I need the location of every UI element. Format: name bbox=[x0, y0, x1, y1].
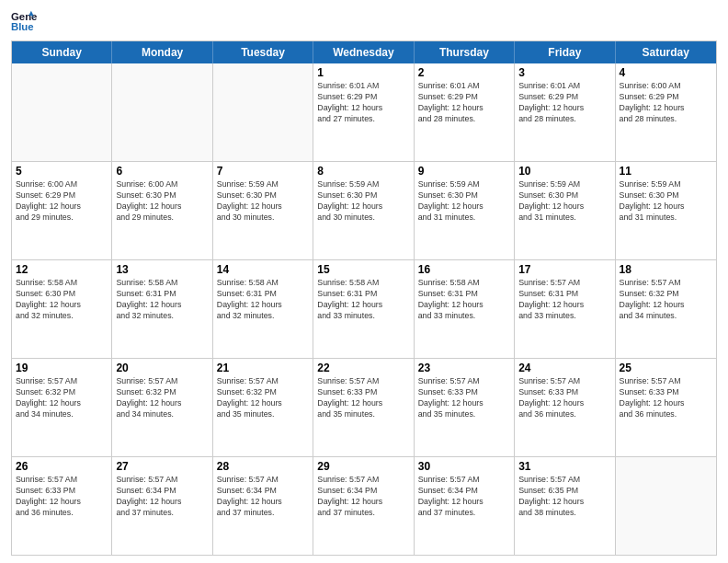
day-info: Sunrise: 5:59 AM Sunset: 6:30 PM Dayligh… bbox=[217, 179, 309, 224]
calendar-cell: 15Sunrise: 5:58 AM Sunset: 6:31 PM Dayli… bbox=[313, 260, 414, 358]
day-info: Sunrise: 5:57 AM Sunset: 6:34 PM Dayligh… bbox=[116, 475, 208, 519]
day-number: 13 bbox=[116, 263, 208, 276]
calendar-cell: 4Sunrise: 6:00 AM Sunset: 6:29 PM Daylig… bbox=[616, 63, 716, 161]
day-number: 26 bbox=[16, 460, 108, 473]
day-info: Sunrise: 5:57 AM Sunset: 6:32 PM Dayligh… bbox=[620, 278, 712, 322]
day-number: 7 bbox=[217, 165, 309, 178]
day-info: Sunrise: 6:00 AM Sunset: 6:30 PM Dayligh… bbox=[116, 179, 208, 224]
day-info: Sunrise: 5:58 AM Sunset: 6:30 PM Dayligh… bbox=[16, 278, 108, 322]
calendar-cell: 1Sunrise: 6:01 AM Sunset: 6:29 PM Daylig… bbox=[313, 63, 414, 161]
day-info: Sunrise: 5:57 AM Sunset: 6:33 PM Dayligh… bbox=[317, 376, 409, 420]
day-number: 19 bbox=[16, 362, 108, 374]
day-info: Sunrise: 5:59 AM Sunset: 6:30 PM Dayligh… bbox=[620, 179, 712, 224]
day-info: Sunrise: 5:57 AM Sunset: 6:32 PM Dayligh… bbox=[217, 376, 309, 420]
logo: General Blue bbox=[11, 9, 37, 35]
calendar-cell: 8Sunrise: 5:59 AM Sunset: 6:30 PM Daylig… bbox=[313, 162, 414, 259]
calendar-row-0: 1Sunrise: 6:01 AM Sunset: 6:29 PM Daylig… bbox=[12, 63, 716, 162]
calendar-cell: 30Sunrise: 5:57 AM Sunset: 6:34 PM Dayli… bbox=[415, 457, 515, 555]
calendar-row-2: 12Sunrise: 5:58 AM Sunset: 6:30 PM Dayli… bbox=[12, 260, 716, 359]
day-number: 17 bbox=[518, 263, 610, 276]
day-info: Sunrise: 5:59 AM Sunset: 6:30 PM Dayligh… bbox=[518, 179, 610, 224]
day-info: Sunrise: 6:00 AM Sunset: 6:29 PM Dayligh… bbox=[620, 81, 712, 125]
day-info: Sunrise: 5:57 AM Sunset: 6:35 PM Dayligh… bbox=[518, 475, 610, 519]
logo-icon: General Blue bbox=[11, 9, 37, 35]
calendar-cell: 13Sunrise: 5:58 AM Sunset: 6:31 PM Dayli… bbox=[112, 260, 212, 358]
day-info: Sunrise: 5:57 AM Sunset: 6:33 PM Dayligh… bbox=[620, 376, 712, 420]
weekday-header-wednesday: Wednesday bbox=[313, 41, 414, 63]
calendar-cell: 2Sunrise: 6:01 AM Sunset: 6:29 PM Daylig… bbox=[415, 63, 515, 161]
calendar-cell: 16Sunrise: 5:58 AM Sunset: 6:31 PM Dayli… bbox=[415, 260, 515, 358]
day-info: Sunrise: 5:58 AM Sunset: 6:31 PM Dayligh… bbox=[418, 278, 510, 322]
day-info: Sunrise: 5:57 AM Sunset: 6:33 PM Dayligh… bbox=[518, 376, 610, 420]
day-number: 15 bbox=[317, 263, 409, 276]
day-number: 28 bbox=[217, 460, 309, 473]
day-number: 2 bbox=[418, 66, 510, 79]
svg-text:Blue: Blue bbox=[11, 21, 34, 32]
calendar-cell: 17Sunrise: 5:57 AM Sunset: 6:31 PM Dayli… bbox=[515, 260, 615, 358]
day-info: Sunrise: 5:58 AM Sunset: 6:31 PM Dayligh… bbox=[116, 278, 208, 322]
weekday-header-saturday: Saturday bbox=[616, 41, 716, 63]
calendar-cell: 7Sunrise: 5:59 AM Sunset: 6:30 PM Daylig… bbox=[213, 162, 313, 259]
calendar-cell: 22Sunrise: 5:57 AM Sunset: 6:33 PM Dayli… bbox=[313, 359, 414, 456]
calendar-cell: 28Sunrise: 5:57 AM Sunset: 6:34 PM Dayli… bbox=[213, 457, 313, 555]
calendar-cell bbox=[12, 63, 112, 161]
day-number: 22 bbox=[317, 362, 409, 374]
weekday-header-friday: Friday bbox=[515, 41, 615, 63]
day-info: Sunrise: 6:00 AM Sunset: 6:29 PM Dayligh… bbox=[16, 179, 108, 224]
calendar-row-1: 5Sunrise: 6:00 AM Sunset: 6:29 PM Daylig… bbox=[12, 162, 716, 260]
calendar-cell bbox=[112, 63, 212, 161]
day-info: Sunrise: 5:58 AM Sunset: 6:31 PM Dayligh… bbox=[317, 278, 409, 322]
day-number: 3 bbox=[518, 66, 610, 79]
day-number: 29 bbox=[317, 460, 409, 473]
day-info: Sunrise: 5:57 AM Sunset: 6:32 PM Dayligh… bbox=[16, 376, 108, 420]
calendar-cell: 18Sunrise: 5:57 AM Sunset: 6:32 PM Dayli… bbox=[616, 260, 716, 358]
day-info: Sunrise: 6:01 AM Sunset: 6:29 PM Dayligh… bbox=[418, 81, 510, 125]
calendar-cell: 9Sunrise: 5:59 AM Sunset: 6:30 PM Daylig… bbox=[415, 162, 515, 259]
calendar-cell: 14Sunrise: 5:58 AM Sunset: 6:31 PM Dayli… bbox=[213, 260, 313, 358]
day-info: Sunrise: 5:57 AM Sunset: 6:33 PM Dayligh… bbox=[418, 376, 510, 420]
day-info: Sunrise: 5:59 AM Sunset: 6:30 PM Dayligh… bbox=[317, 179, 409, 224]
calendar-cell: 11Sunrise: 5:59 AM Sunset: 6:30 PM Dayli… bbox=[616, 162, 716, 259]
weekday-header-monday: Monday bbox=[112, 41, 212, 63]
calendar-cell: 23Sunrise: 5:57 AM Sunset: 6:33 PM Dayli… bbox=[415, 359, 515, 456]
day-info: Sunrise: 5:57 AM Sunset: 6:34 PM Dayligh… bbox=[317, 475, 409, 519]
calendar-cell: 26Sunrise: 5:57 AM Sunset: 6:33 PM Dayli… bbox=[12, 457, 112, 555]
calendar-cell bbox=[213, 63, 313, 161]
calendar-cell: 27Sunrise: 5:57 AM Sunset: 6:34 PM Dayli… bbox=[112, 457, 212, 555]
weekday-header-thursday: Thursday bbox=[415, 41, 515, 63]
day-info: Sunrise: 5:57 AM Sunset: 6:31 PM Dayligh… bbox=[518, 278, 610, 322]
day-number: 12 bbox=[16, 263, 108, 276]
calendar-cell bbox=[616, 457, 716, 555]
calendar-cell: 5Sunrise: 6:00 AM Sunset: 6:29 PM Daylig… bbox=[12, 162, 112, 259]
weekday-header-tuesday: Tuesday bbox=[213, 41, 313, 63]
day-info: Sunrise: 5:57 AM Sunset: 6:34 PM Dayligh… bbox=[217, 475, 309, 519]
calendar-cell: 19Sunrise: 5:57 AM Sunset: 6:32 PM Dayli… bbox=[12, 359, 112, 456]
day-info: Sunrise: 5:57 AM Sunset: 6:34 PM Dayligh… bbox=[418, 475, 510, 519]
calendar: SundayMondayTuesdayWednesdayThursdayFrid… bbox=[11, 40, 717, 556]
calendar-cell: 10Sunrise: 5:59 AM Sunset: 6:30 PM Dayli… bbox=[515, 162, 615, 259]
day-number: 8 bbox=[317, 165, 409, 178]
day-number: 10 bbox=[518, 165, 610, 178]
day-info: Sunrise: 5:57 AM Sunset: 6:33 PM Dayligh… bbox=[16, 475, 108, 519]
day-number: 25 bbox=[620, 362, 712, 374]
day-number: 11 bbox=[620, 165, 712, 178]
day-number: 27 bbox=[116, 460, 208, 473]
day-info: Sunrise: 5:58 AM Sunset: 6:31 PM Dayligh… bbox=[217, 278, 309, 322]
day-number: 14 bbox=[217, 263, 309, 276]
day-number: 21 bbox=[217, 362, 309, 374]
day-info: Sunrise: 6:01 AM Sunset: 6:29 PM Dayligh… bbox=[518, 81, 610, 125]
calendar-cell: 12Sunrise: 5:58 AM Sunset: 6:30 PM Dayli… bbox=[12, 260, 112, 358]
day-number: 5 bbox=[16, 165, 108, 178]
calendar-body: 1Sunrise: 6:01 AM Sunset: 6:29 PM Daylig… bbox=[12, 63, 716, 555]
calendar-row-3: 19Sunrise: 5:57 AM Sunset: 6:32 PM Dayli… bbox=[12, 359, 716, 457]
day-info: Sunrise: 5:57 AM Sunset: 6:32 PM Dayligh… bbox=[116, 376, 208, 420]
calendar-cell: 20Sunrise: 5:57 AM Sunset: 6:32 PM Dayli… bbox=[112, 359, 212, 456]
day-number: 23 bbox=[418, 362, 510, 374]
calendar-row-4: 26Sunrise: 5:57 AM Sunset: 6:33 PM Dayli… bbox=[12, 457, 716, 555]
day-number: 4 bbox=[620, 66, 712, 79]
page-header: General Blue bbox=[11, 9, 717, 35]
day-number: 24 bbox=[518, 362, 610, 374]
day-number: 31 bbox=[518, 460, 610, 473]
weekday-header-sunday: Sunday bbox=[12, 41, 112, 63]
calendar-cell: 21Sunrise: 5:57 AM Sunset: 6:32 PM Dayli… bbox=[213, 359, 313, 456]
